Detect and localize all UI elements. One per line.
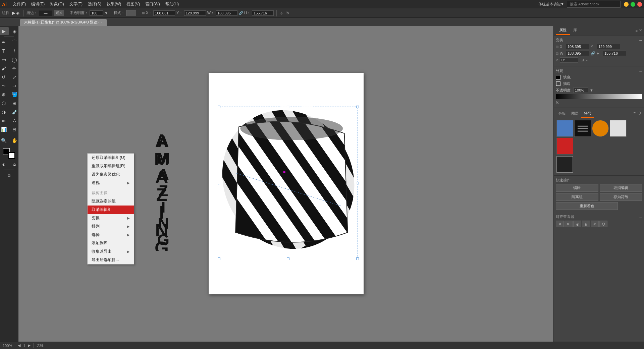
hand-btn[interactable]: ✋ [9, 136, 19, 144]
y-input[interactable] [184, 10, 206, 16]
panel-tab-library[interactable]: 库 [570, 26, 580, 35]
align-bottom-btn[interactable]: ⬡ [599, 221, 607, 227]
swatch-red[interactable] [556, 138, 573, 155]
edit-btn[interactable]: 编辑 [556, 184, 598, 192]
x-input[interactable] [153, 10, 175, 16]
menu-object[interactable]: 对象(O) [47, 1, 66, 8]
scale-btn[interactable]: ⤢ [9, 73, 19, 81]
opacity-input[interactable] [90, 10, 103, 16]
align-center-v-btn[interactable]: ⫻ [591, 221, 599, 227]
shape-build-btn[interactable]: ⊕ [0, 91, 9, 99]
live-paint-btn[interactable]: 🪣 [9, 91, 19, 99]
w-input[interactable] [216, 10, 237, 16]
warp-btn[interactable]: ⤳ [0, 82, 9, 90]
blend-arrow[interactable]: ▼ [590, 88, 593, 92]
stroke-swatch[interactable] [8, 152, 15, 159]
direct-select-icon[interactable]: ◈ [16, 10, 19, 15]
menu-effect[interactable]: 效果(W) [104, 1, 124, 8]
ctx-item-1[interactable]: 重做取消编辑组(R) [88, 162, 134, 170]
ctx-item-2[interactable]: 设为像素级优化 [88, 170, 134, 179]
width-btn[interactable]: ⊸ [9, 82, 19, 90]
cancel-edit-btn[interactable]: 取消编辑 [600, 184, 642, 192]
pencil-btn[interactable]: ✏ [9, 64, 19, 72]
opacity-arrow[interactable]: ▼ [104, 11, 108, 15]
rotate-input[interactable] [560, 57, 578, 63]
lock-ratio-icon[interactable]: 🔗 [591, 51, 595, 56]
zoom-level[interactable]: 100% [3, 344, 12, 348]
prop-x-input[interactable] [566, 44, 589, 49]
artboard-btn[interactable]: ⊟ [9, 125, 19, 133]
align-right-btn[interactable]: ⫹ [573, 221, 581, 227]
workspace-label[interactable]: 传统基本功能▼ [538, 2, 564, 7]
gradient-btn[interactable]: ◑ [0, 108, 9, 116]
selection-tool-btn[interactable]: ▶ [0, 27, 9, 35]
direct-select-btn[interactable]: ◈ [9, 27, 19, 35]
perspective-btn[interactable]: ⬡ [0, 99, 9, 107]
ctx-item-7[interactable]: 变换▶ [88, 214, 134, 222]
symbol-spray-btn[interactable]: ∴ [9, 117, 19, 125]
swatch-dark[interactable] [556, 156, 573, 173]
pen-tool-btn[interactable]: ✒ [0, 38, 9, 46]
swatch-gray[interactable] [610, 120, 627, 137]
opacity-slider[interactable] [556, 94, 642, 99]
menu-window[interactable]: 窗口(W) [143, 1, 162, 8]
swatch-black[interactable] [574, 120, 591, 137]
next-page-btn[interactable]: ▶ [28, 343, 31, 348]
eyedropper-btn[interactable]: 💉 [9, 108, 19, 116]
more-rotate[interactable]: ⊿ [581, 58, 584, 62]
minimize-btn[interactable] [624, 2, 629, 7]
ctx-item-10[interactable]: 添加到库 [88, 239, 134, 247]
rect-tool-btn[interactable]: ▭ [0, 56, 9, 64]
menu-help[interactable]: 帮助(H) [163, 1, 182, 8]
maximize-btn[interactable] [631, 2, 635, 7]
search-stock[interactable]: 搜索 Adobe Stock [567, 1, 621, 8]
column-graph-btn[interactable]: 📊 [0, 125, 9, 133]
ctx-item-8[interactable]: 排列▶ [88, 222, 134, 231]
align-center-h-btn[interactable]: ⫸ [565, 221, 573, 227]
rotate-btn[interactable]: ↺ [0, 73, 9, 81]
recolor-btn[interactable]: 重新着色 [556, 202, 618, 210]
fill-color-swatch[interactable] [556, 75, 560, 80]
ctx-item-11[interactable]: 收集以导出▶ [88, 247, 134, 256]
panel-tab-properties[interactable]: 属性 [556, 26, 570, 35]
line-tool-btn[interactable]: / [9, 47, 19, 55]
prop-y-input[interactable] [597, 44, 620, 49]
document-tab[interactable]: 未标题-1 (已恢复)* @ 100% (RGB/GPU 预览) × [20, 19, 107, 26]
lock-aspect-icon[interactable]: 🔗 [239, 11, 243, 15]
ctx-item-3[interactable]: 透视▶ [88, 179, 134, 187]
blend-input[interactable] [573, 88, 588, 93]
paintbrush-btn[interactable]: 🖌 [0, 64, 9, 72]
swatch-tab-symbol[interactable]: 符号 [581, 110, 594, 118]
canvas-area[interactable]: A M A Z I N G ✛ [18, 26, 553, 342]
color-mode-btn[interactable]: ◐ [0, 160, 9, 168]
ctx-item-5[interactable]: 隐藏选定的组 [88, 197, 134, 206]
save-symbol-btn[interactable]: 存为符号 [600, 193, 642, 201]
swatch-tab-layer[interactable]: 图层 [569, 110, 581, 118]
ctx-item-12[interactable]: 导出所选项目... [88, 256, 134, 264]
transform-more[interactable]: ··· [639, 38, 642, 42]
menu-view[interactable]: 视图(V) [124, 1, 143, 8]
panel-close-icon[interactable]: ✕ [639, 28, 642, 33]
flip-h[interactable]: ↔ [585, 58, 589, 62]
swatch-orange[interactable] [592, 120, 609, 137]
stroke-picker[interactable]: — [39, 10, 52, 16]
ctx-item-0[interactable]: 还原取消编辑组(U) [88, 154, 134, 162]
panel-more-icon[interactable]: ≡ [636, 28, 638, 33]
tab-close-btn[interactable]: × [101, 20, 103, 24]
align-left-btn[interactable]: ⫷ [556, 221, 564, 227]
draw-behind-btn[interactable]: ⊡ [4, 171, 14, 179]
selection-tool-icon[interactable]: ▶ [12, 10, 15, 15]
menu-file[interactable]: 文件(F) [10, 1, 29, 8]
isolate-btn[interactable]: 隔离组 [556, 193, 598, 201]
stroke-color-swatch[interactable] [556, 81, 560, 86]
swatch-tab-color[interactable]: 色板 [556, 110, 569, 118]
mesh-btn[interactable]: ⊞ [9, 99, 19, 107]
prop-w-input[interactable] [566, 51, 589, 56]
align-icon[interactable]: ⊹ [280, 11, 283, 15]
style-picker[interactable] [126, 10, 136, 16]
swatches-more-icon[interactable]: ≡ [633, 110, 637, 118]
fill-stroke-indicator[interactable] [3, 148, 15, 159]
gradient-mode-btn[interactable]: ◒ [9, 160, 19, 168]
swatch-blue[interactable] [556, 120, 573, 137]
artwork-group[interactable]: ✛ [219, 107, 358, 259]
